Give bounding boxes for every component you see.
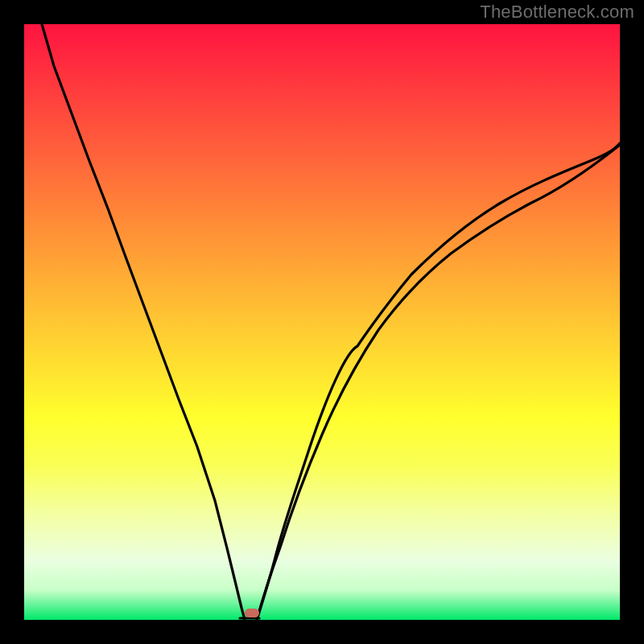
chart-frame: TheBottleneck.com: [0, 0, 644, 644]
curve-right-branch-smooth: [257, 145, 620, 620]
watermark-text: TheBottleneck.com: [480, 2, 634, 23]
bottleneck-curve: [24, 24, 620, 620]
curve-left-branch: [42, 24, 245, 620]
plot-area: [24, 24, 620, 620]
curve-right-branch: [257, 143, 620, 620]
optimal-point-marker: [245, 609, 259, 617]
